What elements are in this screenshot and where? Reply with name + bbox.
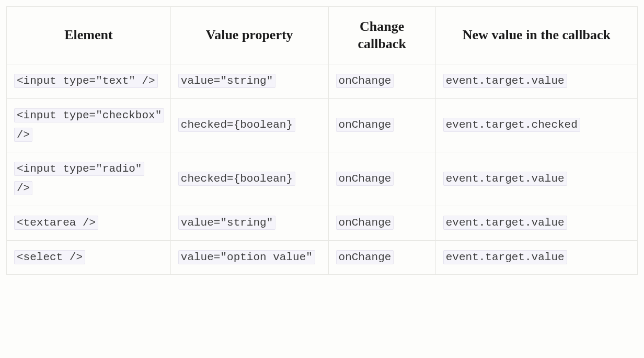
code-snippet: <input type="radio" /> <box>14 162 144 195</box>
code-snippet: <input type="checkbox" /> <box>14 108 164 142</box>
code-snippet: onChange <box>336 216 394 230</box>
header-value-property: Value property <box>170 7 328 64</box>
cell-element: <textarea /> <box>7 206 171 240</box>
code-snippet: <select /> <box>14 250 85 264</box>
table-row: <input type="checkbox" /> checked={boole… <box>7 98 638 152</box>
cell-new-value: event.target.checked <box>435 98 637 152</box>
cell-change-callback: onChange <box>328 98 435 152</box>
header-change-callback: Change callback <box>328 7 435 64</box>
cell-element: <input type="text" /> <box>7 64 171 99</box>
cell-change-callback: onChange <box>328 64 435 99</box>
cell-value-property: value="string" <box>170 206 328 240</box>
table-row: <input type="radio" /> checked={boolean}… <box>7 152 638 206</box>
code-snippet: event.target.value <box>443 172 567 186</box>
cell-value-property: value="option value" <box>170 240 328 275</box>
code-snippet: event.target.value <box>443 74 567 88</box>
form-elements-table: Element Value property Change callback N… <box>6 6 638 275</box>
cell-new-value: event.target.value <box>435 64 637 99</box>
code-snippet: value="option value" <box>178 250 315 264</box>
cell-change-callback: onChange <box>328 206 435 240</box>
table-row: <select /> value="option value" onChange… <box>7 240 638 275</box>
code-snippet: onChange <box>336 172 394 186</box>
header-new-value: New value in the callback <box>435 7 637 64</box>
code-snippet: event.target.value <box>443 250 567 264</box>
code-snippet: event.target.checked <box>443 118 580 132</box>
cell-element: <select /> <box>7 240 171 275</box>
cell-value-property: value="string" <box>170 64 328 99</box>
cell-change-callback: onChange <box>328 152 435 206</box>
header-element: Element <box>7 7 171 64</box>
cell-value-property: checked={boolean} <box>170 152 328 206</box>
code-snippet: value="string" <box>178 216 275 230</box>
table-row: <input type="text" /> value="string" onC… <box>7 64 638 99</box>
table-header-row: Element Value property Change callback N… <box>7 7 638 64</box>
code-snippet: onChange <box>336 250 394 264</box>
cell-new-value: event.target.value <box>435 206 637 240</box>
code-snippet: event.target.value <box>443 216 567 230</box>
table-row: <textarea /> value="string" onChange eve… <box>7 206 638 240</box>
cell-new-value: event.target.value <box>435 240 637 275</box>
code-snippet: checked={boolean} <box>178 172 295 186</box>
code-snippet: <textarea /> <box>14 216 98 230</box>
code-snippet: value="string" <box>178 74 275 88</box>
cell-element: <input type="radio" /> <box>7 152 171 206</box>
code-snippet: <input type="text" /> <box>14 74 158 88</box>
code-snippet: onChange <box>336 118 394 132</box>
cell-value-property: checked={boolean} <box>170 98 328 152</box>
code-snippet: checked={boolean} <box>178 118 295 132</box>
cell-new-value: event.target.value <box>435 152 637 206</box>
code-snippet: onChange <box>336 74 394 88</box>
cell-element: <input type="checkbox" /> <box>7 98 171 152</box>
cell-change-callback: onChange <box>328 240 435 275</box>
